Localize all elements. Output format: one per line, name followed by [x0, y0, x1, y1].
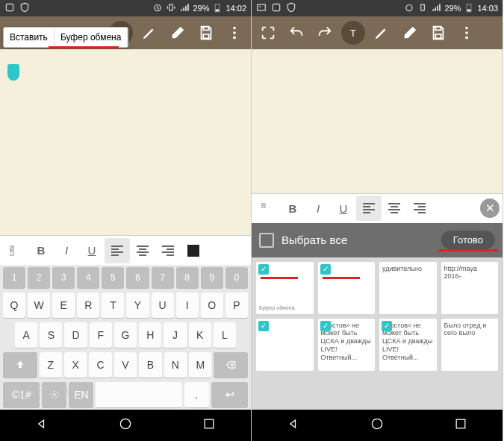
clipboard-item[interactable]: Буфер обмена: [256, 262, 314, 314]
svg-rect-13: [205, 419, 214, 428]
key-8[interactable]: 8: [176, 267, 199, 288]
home-nav-icon[interactable]: [370, 416, 385, 434]
key-l[interactable]: L: [214, 322, 236, 348]
align-left-button[interactable]: [356, 196, 382, 221]
undo-icon[interactable]: [284, 21, 308, 45]
align-center-button[interactable]: [130, 238, 155, 263]
key-v[interactable]: V: [114, 352, 137, 378]
lang-key[interactable]: EN: [69, 382, 93, 407]
back-nav-icon[interactable]: [34, 416, 49, 434]
note-canvas[interactable]: [0, 49, 251, 235]
space-key[interactable]: [96, 382, 181, 407]
key-g[interactable]: G: [114, 322, 137, 348]
clipboard-item[interactable]: удивительно: [379, 262, 437, 314]
align-center-button[interactable]: [382, 196, 407, 221]
clipboard-item[interactable]: [318, 262, 376, 314]
key-o[interactable]: O: [201, 293, 223, 318]
key-y[interactable]: Y: [126, 293, 149, 318]
key-r[interactable]: R: [77, 293, 99, 318]
pen-icon[interactable]: [137, 21, 161, 45]
key-3[interactable]: 3: [52, 267, 75, 288]
key-e[interactable]: E: [52, 293, 75, 318]
key-k[interactable]: K: [189, 322, 211, 348]
clipboard-menu-item[interactable]: Буфер обмена: [55, 28, 128, 47]
key-t[interactable]: T: [102, 293, 124, 318]
text-color-button[interactable]: [181, 238, 206, 263]
key-9[interactable]: 9: [201, 267, 223, 288]
svg-rect-4: [216, 9, 220, 11]
key-z[interactable]: Z: [40, 352, 62, 378]
fullscreen-icon[interactable]: [256, 21, 280, 45]
bold-button[interactable]: B: [280, 196, 305, 221]
align-left-button[interactable]: [105, 238, 130, 263]
key-p[interactable]: P: [225, 293, 248, 318]
save-icon[interactable]: [194, 21, 218, 45]
recent-nav-icon[interactable]: [453, 416, 468, 434]
svg-point-17: [406, 5, 412, 11]
key-5[interactable]: 5: [102, 267, 124, 288]
align-right-button[interactable]: [407, 196, 432, 221]
clipboard-item[interactable]: http://maya 2016-: [441, 262, 499, 314]
nfc-icon: [271, 2, 281, 14]
underline-button[interactable]: U: [79, 238, 105, 263]
overflow-menu-icon[interactable]: [455, 21, 479, 45]
note-canvas[interactable]: [252, 49, 503, 193]
clipboard-header: Выбрать все Готово: [252, 223, 503, 257]
close-format-button[interactable]: ✕: [480, 198, 500, 218]
italic-button[interactable]: I: [54, 238, 79, 263]
key-s[interactable]: S: [40, 322, 62, 348]
save-icon[interactable]: [426, 21, 450, 45]
clipboard-item[interactable]: Было отред и сего выло: [441, 319, 499, 371]
key-q[interactable]: Q: [3, 293, 25, 318]
enter-key[interactable]: [211, 382, 248, 407]
key-i[interactable]: I: [176, 293, 199, 318]
key-1[interactable]: 1: [3, 267, 25, 288]
overflow-menu-icon[interactable]: [223, 21, 246, 45]
italic-button[interactable]: I: [305, 196, 331, 221]
checklist-icon[interactable]: [255, 196, 280, 221]
paste-menu-item[interactable]: Вставить: [4, 28, 55, 47]
key-6[interactable]: 6: [126, 267, 149, 288]
key-4[interactable]: 4: [77, 267, 99, 288]
backspace-key[interactable]: [214, 352, 248, 378]
key-d[interactable]: D: [64, 322, 87, 348]
settings-key[interactable]: [42, 382, 66, 407]
eraser-icon[interactable]: [398, 21, 422, 45]
clipboard-item[interactable]: «Ростов» не может быть ЦСКА и дважды LIV…: [318, 319, 376, 371]
app-toolbar: T: [252, 16, 503, 49]
key-x[interactable]: X: [64, 352, 87, 378]
underline-button[interactable]: U: [331, 196, 356, 221]
text-tool-icon[interactable]: T: [341, 21, 365, 45]
redo-icon[interactable]: [313, 21, 337, 45]
checklist-icon[interactable]: [3, 238, 28, 263]
key-h[interactable]: H: [139, 322, 161, 348]
key-f[interactable]: F: [90, 322, 112, 348]
pen-icon[interactable]: [370, 21, 393, 45]
svg-point-26: [372, 419, 382, 428]
recent-nav-icon[interactable]: [202, 416, 217, 434]
key-7[interactable]: 7: [152, 267, 174, 288]
key-a[interactable]: A: [15, 322, 37, 348]
period-key[interactable]: .: [184, 382, 209, 407]
key-b[interactable]: B: [139, 352, 161, 378]
done-button[interactable]: Готово: [441, 231, 495, 249]
sym-key[interactable]: ©1#: [3, 382, 40, 407]
select-all-checkbox[interactable]: [259, 233, 274, 248]
key-j[interactable]: J: [164, 322, 186, 348]
key-m[interactable]: M: [189, 352, 211, 378]
clipboard-item[interactable]: [256, 319, 314, 371]
back-nav-icon[interactable]: [286, 416, 301, 434]
key-n[interactable]: N: [164, 352, 187, 378]
key-w[interactable]: W: [28, 293, 50, 318]
key-2[interactable]: 2: [28, 267, 50, 288]
eraser-icon[interactable]: [166, 21, 190, 45]
home-nav-icon[interactable]: [118, 416, 133, 434]
align-right-button[interactable]: [155, 238, 181, 263]
key-0[interactable]: 0: [225, 267, 248, 288]
key-c[interactable]: C: [89, 352, 111, 378]
cursor-handle-icon[interactable]: [7, 64, 19, 81]
clipboard-item[interactable]: «Ростов» не может быть ЦСКА и дважды LIV…: [379, 319, 437, 371]
key-u[interactable]: U: [152, 293, 174, 318]
shift-key[interactable]: [3, 352, 37, 378]
bold-button[interactable]: B: [28, 238, 54, 263]
